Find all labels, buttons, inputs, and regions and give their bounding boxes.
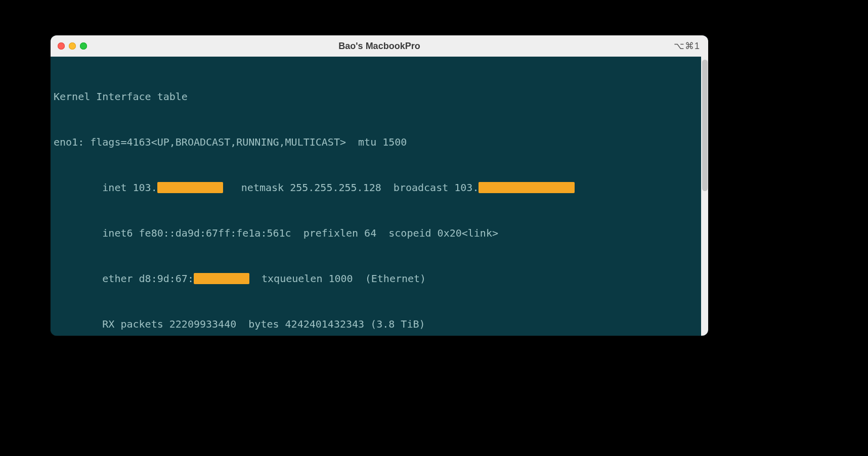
terminal-window: Bao's MacbookPro ⌥⌘1 Kernel Interface ta… bbox=[51, 35, 708, 336]
redacted-ip bbox=[157, 182, 223, 193]
text-segment: ether d8:9d:67: bbox=[54, 272, 194, 285]
close-button[interactable] bbox=[58, 42, 65, 50]
window-title: Bao's MacbookPro bbox=[51, 41, 708, 52]
minimize-button[interactable] bbox=[69, 42, 76, 50]
output-line: eno1: flags=4163<UP,BROADCAST,RUNNING,MU… bbox=[54, 134, 698, 150]
traffic-lights bbox=[58, 42, 87, 50]
text-segment: inet 103. bbox=[54, 181, 157, 194]
window-shortcut: ⌥⌘1 bbox=[674, 40, 700, 52]
scrollbar-thumb[interactable] bbox=[702, 60, 708, 191]
output-line: ether d8:9d:67: txqueuelen 1000 (Etherne… bbox=[54, 271, 698, 286]
titlebar: Bao's MacbookPro ⌥⌘1 bbox=[51, 35, 708, 57]
zoom-button[interactable] bbox=[80, 42, 87, 50]
output-line: inet6 fe80::da9d:67ff:fe1a:561c prefixle… bbox=[54, 225, 698, 241]
text-segment: txqueuelen 1000 (Ethernet) bbox=[249, 272, 426, 285]
output-line: inet 103. netmask 255.255.255.128 broadc… bbox=[54, 180, 698, 195]
text-segment: netmask 255.255.255.128 broadcast 103. bbox=[223, 181, 479, 194]
output-line: Kernel Interface table bbox=[54, 89, 698, 104]
redacted-mac bbox=[194, 273, 249, 284]
terminal-body[interactable]: Kernel Interface table eno1: flags=4163<… bbox=[51, 57, 701, 336]
output-line: RX packets 22209933440 bytes 42424014323… bbox=[54, 316, 698, 332]
scrollbar[interactable] bbox=[701, 57, 708, 336]
redacted-ip bbox=[479, 182, 575, 193]
